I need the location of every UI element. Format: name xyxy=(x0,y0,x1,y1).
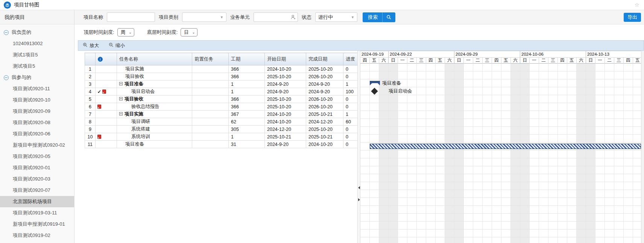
sidebar-item[interactable]: 北京国际机场项目 xyxy=(0,196,74,207)
project-name-input[interactable] xyxy=(107,12,155,22)
week-header-cell: 2024-10-13 xyxy=(586,51,644,58)
table-row[interactable]: 4✓项目启动会12024-9-202024-9-20100 xyxy=(85,88,358,96)
collapse-box-icon[interactable] xyxy=(119,82,123,85)
sidebar-item[interactable]: 项目测试0920-10 xyxy=(0,94,74,106)
collapse-box-icon[interactable] xyxy=(119,97,123,100)
zoom-in-button[interactable]: 放大 xyxy=(83,43,99,49)
project-category-select[interactable]: ▼ xyxy=(182,12,226,22)
table-row[interactable]: 11项目准备312024-9-202024-10-200 xyxy=(85,141,358,148)
sidebar-item[interactable]: 新项目申报测试0919-01 xyxy=(0,219,74,230)
top-scale-select[interactable]: 周 ⌄ xyxy=(117,28,134,36)
day-header-cell: 三 xyxy=(483,58,492,64)
finish-cell: 2024-9-20 xyxy=(306,88,343,96)
task-table-body: 1项目实施3662024-10-202025-10-2002项目验收366202… xyxy=(85,65,358,148)
page-title: 项目甘特图 xyxy=(14,2,39,8)
start-cell: 2024-10-20 xyxy=(265,65,306,73)
pre-cell xyxy=(192,65,229,73)
col-predecessor: 前置任务 xyxy=(192,53,229,65)
sidebar-item[interactable]: 项目测试0919-02 xyxy=(0,230,74,241)
table-row[interactable]: 10系统培训12025-10-212025-10-210 xyxy=(85,133,358,141)
summary-bar-label: 项目准备 xyxy=(382,80,401,87)
person-add-icon[interactable] xyxy=(290,14,296,21)
bottom-scale-select[interactable]: 日 ⌄ xyxy=(181,28,197,36)
row-indicator-cell xyxy=(96,96,117,103)
table-row[interactable]: 5项目验收3662025-10-202026-10-200 xyxy=(85,96,358,103)
summary-bar[interactable] xyxy=(370,81,380,83)
gantt-week-row: 2024-09-192024-09-222024-09-292024-10-06… xyxy=(360,51,644,58)
bottom-scale-label: 底层时间刻度: xyxy=(147,29,178,36)
splitter-expand-icon[interactable] xyxy=(358,198,360,201)
sidebar-item[interactable]: 项目测试0920-01 xyxy=(0,162,74,173)
chevron-down-icon: ⌄ xyxy=(192,30,195,34)
day-header-cell: 四 xyxy=(492,58,501,64)
start-cell: 2024-9-20 xyxy=(265,141,306,148)
splitter-collapse-icon[interactable] xyxy=(358,186,360,189)
sidebar-item[interactable]: 项目测试0920-08 xyxy=(0,117,74,128)
day-header-cell: 三 xyxy=(614,58,624,64)
note-flag-icon xyxy=(97,105,101,109)
day-header-cell: 日 xyxy=(389,58,398,64)
sidebar-item[interactable]: 测试项目5 xyxy=(0,61,74,72)
sidebar-item[interactable]: 测试1项目5 xyxy=(0,49,74,61)
progress-cell: 0 xyxy=(343,103,358,111)
sidebar-group-label: 我负责的 xyxy=(12,29,31,36)
start-cell: 2025-10-20 xyxy=(265,96,306,103)
sidebar-group-header[interactable]: 我参与的 xyxy=(0,72,74,83)
sidebar-item[interactable]: 项目测试0919-03-11 xyxy=(0,207,74,219)
favorite-star-icon[interactable]: ☆ xyxy=(635,2,639,8)
row-number-cell: 4 xyxy=(85,88,96,96)
row-number-cell: 10 xyxy=(85,133,96,141)
gantt-chart-pane: 2024-09-192024-09-222024-09-292024-10-06… xyxy=(360,51,644,243)
sidebar-item[interactable]: 项目测试0920-05 xyxy=(0,151,74,162)
progress-cell: 1 xyxy=(343,111,358,118)
table-row[interactable]: 6验收总结报告3662025-10-202026-10-200 xyxy=(85,103,358,111)
table-row[interactable]: 3项目准备12024-9-202024-9-201 xyxy=(85,80,358,88)
sidebar-item[interactable]: 新项目申报测试0920-02 xyxy=(0,140,74,151)
col-duration: 工期 xyxy=(229,53,265,65)
table-row[interactable]: 8项目调研622024-10-202024-12-2060 xyxy=(85,118,358,126)
progress-cell: 100 xyxy=(343,88,358,96)
sidebar-group-label: 我参与的 xyxy=(12,74,31,81)
row-number-cell: 7 xyxy=(85,111,96,118)
collapse-minus-icon[interactable] xyxy=(4,30,9,35)
gantt-timescale-header: 2024-09-192024-09-222024-09-292024-10-06… xyxy=(360,51,644,64)
sidebar-item[interactable]: 项目测试0920-07 xyxy=(0,185,74,196)
sidebar-item[interactable]: 项目测试0920-03 xyxy=(0,173,74,185)
week-header-cell: 2024-09-22 xyxy=(389,51,454,58)
chevron-down-icon: ▼ xyxy=(351,15,354,19)
sidebar-item[interactable]: 10240913002 xyxy=(0,38,74,49)
gantt-vertical-scrollbar[interactable] xyxy=(641,51,644,243)
zoom-out-button[interactable]: 缩小 xyxy=(109,43,125,49)
row-number-cell: 11 xyxy=(85,141,96,148)
task-name-cell: 项目调研 xyxy=(117,118,192,126)
sidebar-item[interactable]: 项目测试0920-09 xyxy=(0,106,74,117)
start-cell: 2024-10-20 xyxy=(265,111,306,118)
milestone-label: 项目启动会 xyxy=(389,88,412,94)
day-header-cell: 二 xyxy=(473,58,483,64)
table-row[interactable]: 7项目实施3672024-10-202025-10-211 xyxy=(85,111,358,118)
sidebar-group-header[interactable]: 我负责的 xyxy=(0,27,74,38)
hatched-progress-bar[interactable] xyxy=(370,144,641,149)
time-scale-bar: 顶层时间刻度: 周 ⌄ 底层时间刻度: 日 ⌄ xyxy=(74,24,644,40)
pane-splitter[interactable] xyxy=(357,51,360,243)
finish-cell: 2025-10-20 xyxy=(306,126,343,133)
search-button[interactable]: 搜索 xyxy=(363,12,395,22)
duration-cell: 366 xyxy=(229,96,265,103)
table-row[interactable]: 9系统搭建3052024-12-202025-10-200 xyxy=(85,126,358,133)
sidebar-item[interactable]: 项目测试0920-11 xyxy=(0,83,74,94)
day-header-cell: 二 xyxy=(605,58,614,64)
start-cell: 2025-10-20 xyxy=(265,103,306,111)
gantt-toolbar: 放大 缩小 xyxy=(78,40,644,51)
duration-cell: 62 xyxy=(229,118,265,126)
table-row[interactable]: 2项目验收3662025-10-202026-10-200 xyxy=(85,73,358,80)
table-row[interactable]: 1项目实施3662024-10-202025-10-200 xyxy=(85,65,358,73)
collapse-box-icon[interactable] xyxy=(119,112,123,115)
gantt-chart-body: 项目准备项目启动会 xyxy=(360,64,644,243)
day-header-cell: 六 xyxy=(577,58,586,64)
status-select[interactable]: 进行中 ▼ xyxy=(315,12,357,22)
row-number-cell: 9 xyxy=(85,126,96,133)
sidebar-item[interactable]: 项目测试0920-06 xyxy=(0,128,74,140)
collapse-minus-icon[interactable] xyxy=(4,75,9,80)
export-button[interactable]: 导出 xyxy=(624,13,641,22)
finish-cell: 2025-10-21 xyxy=(306,133,343,141)
